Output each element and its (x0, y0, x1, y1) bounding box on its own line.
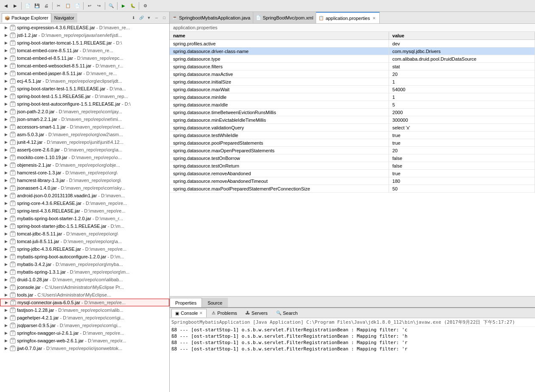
table-row[interactable]: spring.datasource.poolPreparedStatements… (170, 139, 535, 147)
tree-item[interactable]: ▶ J jconsole.jar - C:\Users\Administrato… (0, 283, 169, 291)
tree-item[interactable]: ▶ J spring-boot-starter-jdbc-1.5.1.RELEA… (0, 222, 169, 230)
toolbar-btn-new[interactable]: 📄 (23, 2, 32, 10)
file-tab-application-properties[interactable]: 📋application.properties✕ (316, 12, 380, 23)
toolbar-btn-paste[interactable]: 📄 (73, 2, 81, 10)
table-row[interactable]: spring.datasource.driver-class-namecom.m… (170, 48, 535, 55)
tree-item-label: tools.jar - C:\Users\Administrator\MyEcl… (17, 292, 111, 297)
file-tab-springboot-java[interactable]: ☕SpringbootMybatisApplication.java (170, 12, 253, 23)
toolbar-btn-print[interactable]: 🖨 (42, 2, 50, 10)
tree-item[interactable]: ▶ J ecj-4.5.1.jar - D:\maven_repo\repo\o… (0, 77, 169, 85)
tab-package-explorer[interactable]: 📦 Package Explorer (2, 13, 51, 22)
table-row[interactable]: spring.datasource.minEvictableIdleTimeMi… (170, 116, 535, 124)
toolbar-btn-forward[interactable]: ▶ (11, 2, 20, 10)
toolbar-btn-debug[interactable]: 🐛 (129, 2, 137, 10)
tree-item[interactable]: ▶ J accessors-smart-1.1.jar - D:\maven_r… (0, 123, 169, 131)
table-row[interactable]: spring.datasource.removeAbandonedTimeout… (170, 177, 535, 185)
tree-item[interactable]: ▶ J mockito-core-1.10.19.jar - D:\maven_… (0, 154, 169, 161)
tree-item[interactable]: ▶ J tomcat-jdbc-8.5.11.jar - D:\maven_re… (0, 230, 169, 238)
file-tab-close-icon[interactable]: ✕ (372, 16, 377, 21)
tree-item[interactable]: ▶ J spring-test-4.3.6.RELEASE.jar - D:\m… (0, 207, 169, 215)
toolbar-btn-save[interactable]: 💾 (33, 2, 41, 10)
table-row[interactable]: spring.datasource.initialSize1 (170, 78, 535, 86)
tree-arrow-icon: ▶ (3, 140, 8, 145)
collapse-all-icon[interactable]: ⬇ (130, 14, 137, 21)
console-tab-close-icon[interactable]: ✕ (199, 311, 203, 315)
console-tab-search[interactable]: 🔍Search (273, 309, 301, 317)
toolbar-btn-run[interactable]: ▶ (119, 2, 128, 10)
tree-item[interactable]: ▶ J springfox-swagger-web-2.6.1.jar - D:… (0, 337, 169, 344)
link-editor-icon[interactable]: 🔗 (138, 14, 145, 21)
console-tab-servers[interactable]: 🖧Servers (242, 309, 271, 317)
tree-item[interactable]: ▶ J tomcat-embed-jasper-8.5.11.jar - D:\… (0, 70, 169, 77)
table-row[interactable]: spring.datasource.filtersstat (170, 63, 535, 70)
table-row[interactable]: spring.datasource.maxOpenPreparedStateme… (170, 147, 535, 154)
console-tab-console[interactable]: ▣Console✕ (171, 309, 207, 317)
tree-item[interactable]: ▶ J asm-5.0.3.jar - D:\maven_repo\repo\o… (0, 131, 169, 138)
table-row[interactable]: spring.profiles.activedev (170, 40, 535, 48)
tree-item[interactable]: ▶ J jjwt-0.7.0.jar - D:\maven_repo\repo\… (0, 344, 169, 352)
table-row[interactable]: spring.datasource.timeBetweenEvictionRun… (170, 109, 535, 116)
table-row[interactable]: spring.datasource.maxWait54000 (170, 86, 535, 93)
table-row[interactable]: spring.datasource.validationQueryselect … (170, 124, 535, 132)
table-row[interactable]: spring.datasource.maxIdle5 (170, 101, 535, 109)
tree-item[interactable]: ▶ J pagehelper-4.2.1.jar - D:\maven_repo… (0, 314, 169, 322)
tree-item[interactable]: ▶ J tomcat-embed-websocket-8.5.11.jar - … (0, 62, 169, 70)
tab-properties[interactable]: Properties (170, 298, 202, 307)
tree-item[interactable]: ▶ J mysql-connector-java-6.0.5.jar - D:\… (0, 299, 169, 306)
tree-item[interactable]: ▶ J junit-4.12.jar - D:\maven_repo\repo\… (0, 138, 169, 146)
jar-icon: J (9, 85, 16, 92)
tree-item[interactable]: ▶ J fastjson-1.2.28.jar - D:\maven_repo\… (0, 306, 169, 314)
toolbar-btn-redo[interactable]: ↪ (95, 2, 103, 10)
tree-item[interactable]: ▶ J objenesis-2.1.jar - D:\maven_repo\re… (0, 161, 169, 169)
tree-item[interactable]: ▶ J spring-boot-starter-test-1.5.1.RELEA… (0, 85, 169, 92)
tree-item[interactable]: ▶ J tomcat-embed-core-8.5.11.jar - D:\ma… (0, 47, 169, 54)
toolbar-btn-cut[interactable]: ✂ (54, 2, 63, 10)
toolbar-btn-settings[interactable]: ⚙ (141, 2, 149, 10)
table-row[interactable]: spring.datasource.testOnBorrowfalse (170, 154, 535, 162)
tab-source[interactable]: Source (202, 298, 228, 307)
tree-item[interactable]: ▶ J json-path-2.2.0.jar - D:\maven_repo\… (0, 108, 169, 115)
tree-item[interactable]: ▶ J tomcat-juli-8.5.11.jar - D:\maven_re… (0, 238, 169, 245)
tree-item[interactable]: ▶ J android-json-0.0.20131108.vaadin1.ja… (0, 192, 169, 199)
toolbar-btn-copy[interactable]: 📋 (64, 2, 72, 10)
tree-item[interactable]: ▶ J jstl-1.2.jar - D:\maven_repo\repo\ja… (0, 31, 169, 39)
tree-item[interactable]: ▶ J hamcrest-core-1.3.jar - D:\maven_rep… (0, 169, 169, 176)
table-row[interactable]: spring.datasource.typecom.alibaba.druid.… (170, 55, 535, 63)
table-row[interactable]: spring.datasource.minIdle1 (170, 93, 535, 101)
tree-item[interactable]: ▶ J spring-expression-4.3.6.RELEASE.jar … (0, 24, 169, 31)
tree-item[interactable]: ▶ J mybatis-spring-boot-autoconfigure-1.… (0, 253, 169, 260)
tree-item[interactable]: ▶ J spring-boot-starter-tomcat-1.5.1.REL… (0, 39, 169, 47)
maximize-icon[interactable]: □ (161, 14, 168, 21)
tree-item[interactable]: ▶ J springfox-swagger-ui-2.6.1.jar - D:\… (0, 329, 169, 337)
tree-item[interactable]: ▶ J mybatis-spring-boot-starter-1.2.0.ja… (0, 215, 169, 222)
tree-item[interactable]: ▶ J json-smart-2.2.1.jar - D:\maven_repo… (0, 115, 169, 123)
file-tab-pom-xml[interactable]: 📄SpringBootMvc/pom.xml (253, 12, 316, 23)
jar-icon: J (9, 230, 16, 237)
tree-item[interactable]: ▶ J spring-core-4.3.6.RELEASE.jar - D:\m… (0, 199, 169, 207)
tree-item[interactable]: ▶ J jsonassert-1.4.0.jar - D:\maven_repo… (0, 184, 169, 192)
tree-item[interactable]: ▶ J mybatis-spring-1.3.1.jar - D:\maven_… (0, 268, 169, 276)
table-row[interactable]: spring.datasource.maxActive20 (170, 70, 535, 78)
tree-item[interactable]: ▶ J spring-jdbc-4.3.6.RELEASE.jar - D:\m… (0, 245, 169, 253)
tree-item[interactable]: ▶ J tools.jar - C:\Users\Administrator\M… (0, 291, 169, 299)
toolbar-btn-search[interactable]: 🔍 (107, 2, 115, 10)
tree-item[interactable]: ▶ J spring-boot-test-autoconfigure-1.5.1… (0, 100, 169, 108)
console-tab-problems[interactable]: ⚠Problems (208, 309, 240, 317)
tree-item[interactable]: ▶ J mybatis-3.4.2.jar - D:\maven_repo\re… (0, 260, 169, 268)
tree-item[interactable]: ▶ J jsqlparser-0.9.5.jar - D:\maven_repo… (0, 322, 169, 329)
tree-item[interactable]: ▶ J druid-1.0.28.jar - D:\maven_repo\rep… (0, 276, 169, 283)
tree-item[interactable]: ▶ J hamcrest-library-1.3.jar - D:\maven_… (0, 176, 169, 184)
tree-arrow-icon: ▶ (3, 193, 8, 198)
tree-item[interactable]: ▶ J spring-boot-test-1.5.1.RELEASE.jar -… (0, 92, 169, 100)
minimize-icon[interactable]: ─ (153, 14, 160, 21)
table-row[interactable]: spring.datasource.testWhileIdletrue (170, 132, 535, 139)
tree-item[interactable]: ▶ J tomcat-embed-el-8.5.11.jar - D:\mave… (0, 54, 169, 62)
toolbar-btn-back[interactable]: ◀ (2, 2, 10, 10)
table-row[interactable]: spring.datasource.maxPoolPreparedStateme… (170, 185, 535, 193)
tree-item[interactable]: ▶ J assertj-core-2.6.0.jar - D:\maven_re… (0, 146, 169, 154)
tab-navigator[interactable]: Navigator (51, 13, 77, 22)
panel-menu-icon[interactable]: ▼ (146, 14, 152, 21)
table-row[interactable]: spring.datasource.testOnReturnfalse (170, 162, 535, 170)
toolbar-btn-undo[interactable]: ↩ (85, 2, 94, 10)
table-row[interactable]: spring.datasource.removeAbandonedtrue (170, 170, 535, 177)
